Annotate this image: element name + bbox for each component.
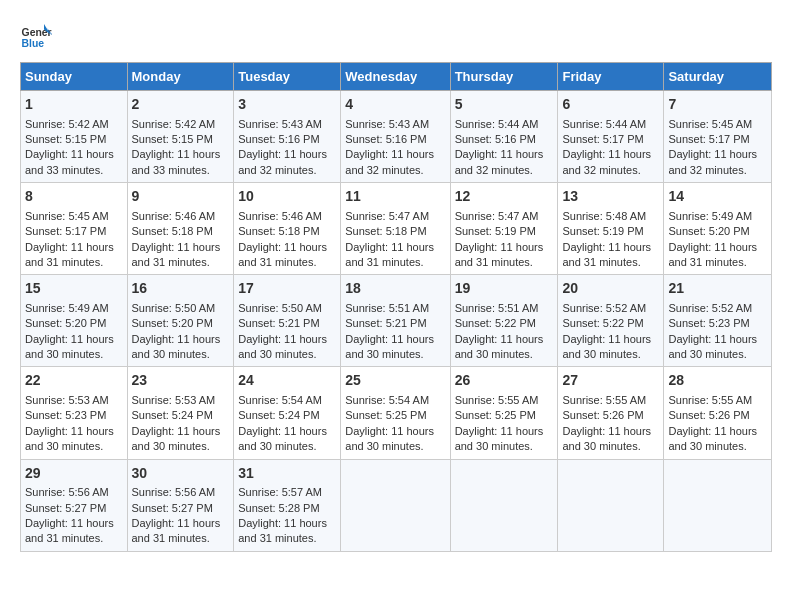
daylight-text: Daylight: 11 hours and 33 minutes. [25,148,114,175]
sunrise-text: Sunrise: 5:57 AM [238,486,322,498]
sunset-text: Sunset: 5:15 PM [25,133,106,145]
sunset-text: Sunset: 5:16 PM [238,133,319,145]
calendar-cell: 17Sunrise: 5:50 AMSunset: 5:21 PMDayligh… [234,275,341,367]
daylight-text: Daylight: 11 hours and 31 minutes. [25,517,114,544]
day-number: 28 [668,371,767,391]
daylight-text: Daylight: 11 hours and 30 minutes. [132,333,221,360]
page-header: General Blue [20,20,772,52]
sunrise-text: Sunrise: 5:51 AM [455,302,539,314]
day-number: 10 [238,187,336,207]
day-number: 19 [455,279,554,299]
calendar-cell: 31Sunrise: 5:57 AMSunset: 5:28 PMDayligh… [234,459,341,551]
calendar-cell: 16Sunrise: 5:50 AMSunset: 5:20 PMDayligh… [127,275,234,367]
calendar-cell: 8Sunrise: 5:45 AMSunset: 5:17 PMDaylight… [21,183,128,275]
calendar-week-3: 15Sunrise: 5:49 AMSunset: 5:20 PMDayligh… [21,275,772,367]
day-number: 5 [455,95,554,115]
daylight-text: Daylight: 11 hours and 31 minutes. [668,241,757,268]
day-number: 12 [455,187,554,207]
calendar-header-row: SundayMondayTuesdayWednesdayThursdayFrid… [21,63,772,91]
calendar-cell: 25Sunrise: 5:54 AMSunset: 5:25 PMDayligh… [341,367,450,459]
sunrise-text: Sunrise: 5:55 AM [668,394,752,406]
day-number: 31 [238,464,336,484]
daylight-text: Daylight: 11 hours and 32 minutes. [668,148,757,175]
sunset-text: Sunset: 5:21 PM [238,317,319,329]
sunrise-text: Sunrise: 5:48 AM [562,210,646,222]
calendar-cell: 30Sunrise: 5:56 AMSunset: 5:27 PMDayligh… [127,459,234,551]
sunrise-text: Sunrise: 5:52 AM [668,302,752,314]
day-number: 17 [238,279,336,299]
sunset-text: Sunset: 5:18 PM [238,225,319,237]
daylight-text: Daylight: 11 hours and 30 minutes. [25,333,114,360]
sunrise-text: Sunrise: 5:47 AM [345,210,429,222]
day-number: 15 [25,279,123,299]
daylight-text: Daylight: 11 hours and 33 minutes. [132,148,221,175]
calendar-cell: 9Sunrise: 5:46 AMSunset: 5:18 PMDaylight… [127,183,234,275]
daylight-text: Daylight: 11 hours and 30 minutes. [668,425,757,452]
day-number: 26 [455,371,554,391]
daylight-text: Daylight: 11 hours and 31 minutes. [455,241,544,268]
calendar-cell [341,459,450,551]
sunset-text: Sunset: 5:17 PM [668,133,749,145]
calendar-cell: 4Sunrise: 5:43 AMSunset: 5:16 PMDaylight… [341,91,450,183]
daylight-text: Daylight: 11 hours and 30 minutes. [668,333,757,360]
sunset-text: Sunset: 5:27 PM [132,502,213,514]
header-monday: Monday [127,63,234,91]
daylight-text: Daylight: 11 hours and 31 minutes. [238,517,327,544]
day-number: 23 [132,371,230,391]
daylight-text: Daylight: 11 hours and 31 minutes. [345,241,434,268]
calendar-cell: 1Sunrise: 5:42 AMSunset: 5:15 PMDaylight… [21,91,128,183]
sunset-text: Sunset: 5:22 PM [562,317,643,329]
daylight-text: Daylight: 11 hours and 32 minutes. [562,148,651,175]
sunset-text: Sunset: 5:20 PM [132,317,213,329]
svg-text:Blue: Blue [22,38,45,49]
calendar-cell: 5Sunrise: 5:44 AMSunset: 5:16 PMDaylight… [450,91,558,183]
calendar-cell: 22Sunrise: 5:53 AMSunset: 5:23 PMDayligh… [21,367,128,459]
sunrise-text: Sunrise: 5:42 AM [132,118,216,130]
daylight-text: Daylight: 11 hours and 31 minutes. [132,517,221,544]
calendar-cell: 14Sunrise: 5:49 AMSunset: 5:20 PMDayligh… [664,183,772,275]
sunrise-text: Sunrise: 5:54 AM [238,394,322,406]
day-number: 27 [562,371,659,391]
calendar-cell: 11Sunrise: 5:47 AMSunset: 5:18 PMDayligh… [341,183,450,275]
day-number: 2 [132,95,230,115]
calendar-cell: 12Sunrise: 5:47 AMSunset: 5:19 PMDayligh… [450,183,558,275]
sunset-text: Sunset: 5:23 PM [25,409,106,421]
calendar-cell [558,459,664,551]
sunrise-text: Sunrise: 5:44 AM [455,118,539,130]
day-number: 24 [238,371,336,391]
calendar-cell: 10Sunrise: 5:46 AMSunset: 5:18 PMDayligh… [234,183,341,275]
header-saturday: Saturday [664,63,772,91]
sunrise-text: Sunrise: 5:43 AM [345,118,429,130]
calendar-week-5: 29Sunrise: 5:56 AMSunset: 5:27 PMDayligh… [21,459,772,551]
sunrise-text: Sunrise: 5:52 AM [562,302,646,314]
sunrise-text: Sunrise: 5:46 AM [238,210,322,222]
daylight-text: Daylight: 11 hours and 30 minutes. [562,333,651,360]
daylight-text: Daylight: 11 hours and 30 minutes. [345,425,434,452]
daylight-text: Daylight: 11 hours and 30 minutes. [345,333,434,360]
daylight-text: Daylight: 11 hours and 30 minutes. [238,425,327,452]
daylight-text: Daylight: 11 hours and 32 minutes. [455,148,544,175]
sunset-text: Sunset: 5:22 PM [455,317,536,329]
daylight-text: Daylight: 11 hours and 31 minutes. [132,241,221,268]
calendar-cell: 24Sunrise: 5:54 AMSunset: 5:24 PMDayligh… [234,367,341,459]
day-number: 30 [132,464,230,484]
day-number: 29 [25,464,123,484]
calendar-week-1: 1Sunrise: 5:42 AMSunset: 5:15 PMDaylight… [21,91,772,183]
sunset-text: Sunset: 5:25 PM [345,409,426,421]
daylight-text: Daylight: 11 hours and 30 minutes. [238,333,327,360]
sunrise-text: Sunrise: 5:49 AM [668,210,752,222]
daylight-text: Daylight: 11 hours and 30 minutes. [562,425,651,452]
calendar-cell: 13Sunrise: 5:48 AMSunset: 5:19 PMDayligh… [558,183,664,275]
sunrise-text: Sunrise: 5:55 AM [562,394,646,406]
sunset-text: Sunset: 5:16 PM [455,133,536,145]
sunset-text: Sunset: 5:24 PM [238,409,319,421]
calendar-cell: 6Sunrise: 5:44 AMSunset: 5:17 PMDaylight… [558,91,664,183]
day-number: 13 [562,187,659,207]
calendar-cell: 28Sunrise: 5:55 AMSunset: 5:26 PMDayligh… [664,367,772,459]
sunrise-text: Sunrise: 5:45 AM [25,210,109,222]
sunrise-text: Sunrise: 5:42 AM [25,118,109,130]
day-number: 22 [25,371,123,391]
logo: General Blue [20,20,56,52]
calendar-cell [664,459,772,551]
day-number: 18 [345,279,445,299]
